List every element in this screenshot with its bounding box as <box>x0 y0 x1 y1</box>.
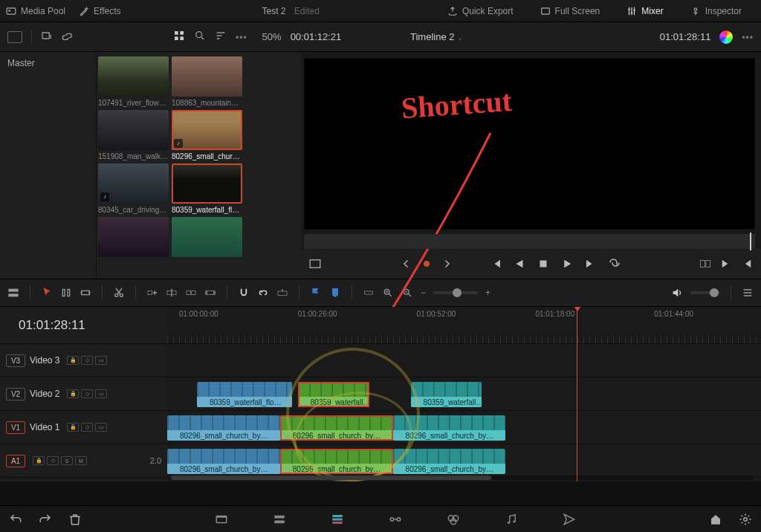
viewer-options[interactable]: ••• <box>742 32 754 42</box>
clip[interactable]: 80296_small_church_by… <box>393 449 506 474</box>
media-clip-3[interactable]: ♪80296_small_chur… <box>172 110 242 160</box>
fit-to-fill-button[interactable] <box>204 287 216 299</box>
edit-page-button[interactable] <box>331 513 344 526</box>
clip[interactable]: 80296_small_church_by… <box>280 415 393 441</box>
zoom-slider-minus[interactable]: − <box>421 288 426 298</box>
color-page-button[interactable] <box>447 513 460 526</box>
disable-toggle[interactable]: ▭ <box>95 389 107 398</box>
solo-button[interactable]: S <box>61 456 73 465</box>
home-button[interactable] <box>709 513 722 526</box>
play-button[interactable] <box>560 257 574 270</box>
bin-master[interactable]: Master <box>0 52 97 279</box>
zoom-slider[interactable]: .slider::after{left:26px} <box>433 291 478 294</box>
link-toggle[interactable] <box>257 287 269 299</box>
project-settings-button[interactable] <box>739 513 752 526</box>
lock-icon[interactable]: 🔒 <box>33 456 45 465</box>
track-v1-lane[interactable]: 80296_small_church_by…80296_small_church… <box>167 411 761 444</box>
stop-button[interactable] <box>537 257 550 270</box>
playhead[interactable] <box>577 307 577 481</box>
clip[interactable]: 80359_waterfall… <box>298 382 369 407</box>
dynamic-trim-tool[interactable] <box>80 287 91 299</box>
media-clip-5[interactable]: 80359_waterfall_fl… <box>172 163 242 214</box>
auto-select-toggle[interactable]: ◇ <box>81 423 93 432</box>
auto-select-toggle[interactable]: ◇ <box>81 356 93 365</box>
search-button[interactable] <box>194 30 206 44</box>
auto-select-toggle[interactable]: ◇ <box>81 389 93 398</box>
auto-select-toggle[interactable]: ◇ <box>47 456 59 465</box>
media-page-button[interactable] <box>215 513 228 526</box>
dim-slider[interactable] <box>690 291 720 294</box>
flag-button[interactable] <box>310 287 322 299</box>
layout-toggle[interactable] <box>7 31 22 43</box>
detail-zoom-button[interactable] <box>401 287 413 299</box>
prev-edit-button[interactable] <box>400 257 413 270</box>
media-clip-1[interactable]: 108863_mountain… <box>172 56 242 107</box>
redo-button[interactable] <box>39 513 52 526</box>
zoom-range-button[interactable] <box>363 287 375 299</box>
undo-button[interactable] <box>9 513 22 526</box>
blade-tool[interactable] <box>113 287 125 299</box>
media-clip-2[interactable]: 151908_man_walk… <box>98 110 169 160</box>
first-frame-button[interactable] <box>489 257 502 270</box>
timeline-timecode[interactable]: 01:01:28:11 <box>0 307 167 344</box>
zoom-slider-plus[interactable]: + <box>485 288 490 298</box>
reverse-play-button[interactable] <box>513 257 526 270</box>
inspector-button[interactable]: Inspector <box>690 6 742 16</box>
link-button[interactable] <box>62 30 74 44</box>
sort-button[interactable] <box>215 30 227 44</box>
bypass-color-button[interactable] <box>719 30 733 44</box>
clip[interactable]: 80359_waterfall_flo… <box>197 382 292 407</box>
track-header-a1[interactable]: A1🔒◇SM2.0 <box>0 444 167 478</box>
timeline-name[interactable]: Timeline 2 ⌄ <box>410 31 463 42</box>
overwrite-clip-button[interactable] <box>166 287 178 299</box>
jog-dot[interactable] <box>424 261 430 267</box>
lock-icon[interactable]: 🔒 <box>67 389 79 398</box>
track-v2-lane[interactable]: 80359_waterfall_flo…80359_waterfall…8035… <box>167 377 761 411</box>
track-header-v3[interactable]: V3Video 3🔒◇▭ <box>0 344 167 377</box>
deliver-page-button[interactable] <box>563 513 576 526</box>
record-timecode[interactable]: 01:01:28:11 <box>660 31 711 42</box>
timeline-options-button[interactable] <box>742 287 754 299</box>
disable-toggle[interactable]: ▭ <box>95 423 107 432</box>
safe-area-button[interactable] <box>308 257 322 270</box>
viewer-zoom[interactable]: 50% <box>262 31 282 42</box>
mute-button[interactable] <box>671 287 683 299</box>
last-frame-button[interactable] <box>584 257 598 270</box>
full-screen-button[interactable]: Full Screen <box>540 6 600 16</box>
lock-icon[interactable]: 🔒 <box>67 356 79 365</box>
lock-icon[interactable]: 🔒 <box>67 423 79 432</box>
options-menu[interactable]: ••• <box>236 32 247 42</box>
timeline-ruler[interactable]: 01:00:00:0001:00:26:0001:00:52:0001:01:1… <box>167 307 761 344</box>
match-frame-button[interactable] <box>699 257 712 270</box>
quick-export-button[interactable]: Quick Export <box>447 6 514 16</box>
selection-tool[interactable] <box>41 286 53 300</box>
thumbnail-view-button[interactable] <box>173 30 185 44</box>
track-header-v2[interactable]: V2Video 2🔒◇▭ <box>0 377 167 411</box>
media-clip-0[interactable]: 107491_river_flow… <box>98 56 169 107</box>
media-clip-7[interactable] <box>172 217 242 259</box>
clip[interactable]: 80359_waterfall… <box>411 382 482 407</box>
effects-tab[interactable]: Effects <box>79 6 120 16</box>
mute-button[interactable]: M <box>75 456 87 465</box>
replace-clip-button[interactable] <box>185 287 197 299</box>
timeline-scrollbar[interactable] <box>171 476 754 480</box>
clip[interactable]: 80296_small_church_by… <box>167 449 280 474</box>
loop-button[interactable] <box>608 257 621 270</box>
fusion-page-button[interactable] <box>389 513 402 526</box>
mixer-button[interactable]: Mixer <box>626 6 663 16</box>
clip[interactable]: 80296_small_church_by… <box>167 415 280 441</box>
disable-toggle[interactable]: ▭ <box>95 356 107 365</box>
prev-clip-button[interactable] <box>740 257 754 270</box>
cut-page-button[interactable] <box>273 513 286 526</box>
track-v3-lane[interactable] <box>167 344 761 377</box>
clip[interactable]: 80296_small_church_by… <box>280 449 393 474</box>
full-extent-zoom-button[interactable] <box>382 287 394 299</box>
next-edit-button[interactable] <box>440 257 453 270</box>
source-timecode[interactable]: 00:01:12:21 <box>291 31 342 42</box>
media-clip-6[interactable] <box>98 217 169 259</box>
track-a1-lane[interactable]: 80296_small_church_by…80296_small_church… <box>167 444 761 478</box>
snap-toggle[interactable] <box>238 287 250 299</box>
timeline-view-button[interactable] <box>7 287 19 299</box>
media-clip-4[interactable]: ♪80345_car_driving… <box>98 163 169 214</box>
track-header-v1[interactable]: V1Video 1🔒◇▭ <box>0 411 167 444</box>
